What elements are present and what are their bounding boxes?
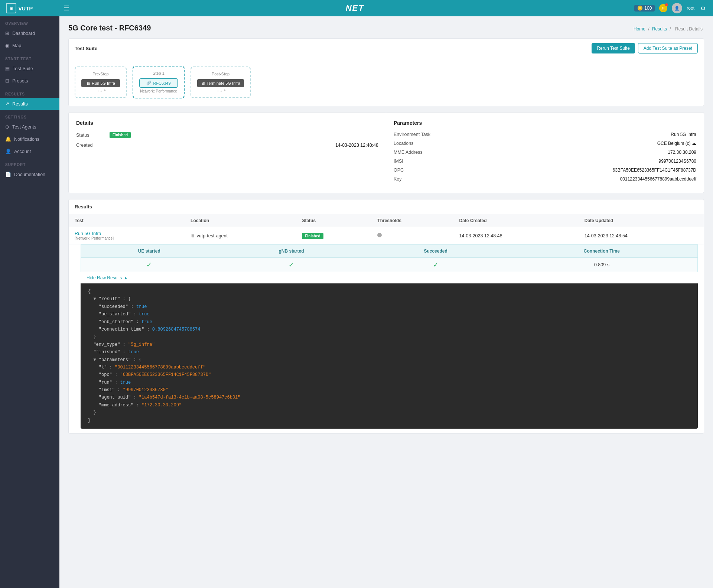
parameters-section: Parameters Environment TaskRun 5G InfraL…	[386, 113, 704, 193]
power-icon[interactable]: ⏻	[699, 4, 707, 12]
chevron-up-icon: ▲	[123, 275, 128, 280]
logo: ▣ vUTP	[6, 3, 64, 13]
col-date-created: Date Created	[453, 214, 579, 227]
sidebar-item-label: Documentation	[14, 172, 45, 177]
ue-check-icon: ✓	[146, 261, 152, 269]
col-location: Location	[185, 214, 296, 227]
topnav-center: NET	[75, 3, 634, 13]
breadcrumb-home[interactable]: Home	[634, 26, 645, 32]
param-value: Run 5G Infra	[446, 132, 696, 137]
succeeded-check-icon: ✓	[433, 261, 439, 269]
hide-raw-label: Hide Raw Results	[87, 275, 122, 280]
notification-bell[interactable]: 🔔	[659, 4, 667, 12]
step1-icon: 🔗	[146, 81, 152, 85]
avatar: 👤	[672, 3, 682, 13]
sidebar-section-start-test: START TEST	[0, 52, 59, 62]
sidebar-item-label: Test Suite	[13, 66, 33, 71]
sidebar-item-label: Notifications	[14, 137, 39, 142]
json-raw-block: { ▼ "result" : { "succeeded" : true "ue_…	[81, 283, 698, 429]
sidebar: OVERVIEW ⊞ Dashboard ◉ Map START TEST ▤ …	[0, 16, 59, 588]
param-value: 00112233445566778899aabbccddeeff	[446, 176, 696, 182]
test-suite-steps: Pre-Step 🖥 Run 5G Infra □ → ᴬ Step 1 🔗 R…	[69, 58, 704, 106]
sidebar-item-test-suite[interactable]: ▤ Test Suite	[0, 62, 59, 75]
param-row: OPC63BFA50EE6523365FF14C1F45F88737D	[394, 168, 696, 173]
param-label: OPC	[394, 168, 446, 173]
pre-step-label: Pre-Step	[81, 72, 120, 76]
sub-col-succeeded: Succeeded	[365, 245, 506, 258]
test-name-cell: Run 5G Infra [Network: Performance]	[69, 227, 185, 244]
sub-results-row: UE started gNB started Succeeded Connect…	[69, 244, 704, 433]
breadcrumb-current: Result Details	[675, 26, 703, 32]
pre-step-box: Pre-Step 🖥 Run 5G Infra □ → ᴬ	[75, 66, 127, 98]
brand-logo: NET	[346, 3, 364, 13]
sidebar-item-label: Test Agents	[12, 124, 36, 130]
sidebar-item-dashboard[interactable]: ⊞ Dashboard	[0, 27, 59, 39]
param-value: GCE Belgium (c) ☁	[446, 141, 696, 146]
page-header: 5G Core test - RFC6349 Home / Results / …	[68, 24, 704, 32]
location-value: vutp-test-agent	[197, 233, 228, 238]
sidebar-item-notifications[interactable]: 🔔 Notifications	[0, 133, 59, 145]
details-section: Details Status Finished Created 14-03-20…	[69, 113, 386, 193]
add-preset-button[interactable]: Add Test Suite as Preset	[638, 43, 698, 53]
param-label: MME Address	[394, 150, 446, 155]
col-date-updated: Date Updated	[579, 214, 704, 227]
param-row: IMSI9997001234S6780	[394, 159, 696, 164]
sub-results-cell: UE started gNB started Succeeded Connect…	[69, 244, 704, 433]
sub-results-table: UE started gNB started Succeeded Connect…	[81, 244, 698, 272]
param-value: 172.30.30.209	[446, 150, 696, 155]
results-section: Results Test Location Status Thresholds …	[68, 199, 704, 434]
test-tag: [Network: Performance]	[75, 236, 179, 240]
sidebar-section-support: SUPPORT	[0, 157, 59, 168]
pre-step-run: 🖥 Run 5G Infra	[81, 79, 120, 87]
topnav: ▣ vUTP ☰ NET 🪙 100 🔔 👤 root ⏻	[0, 0, 713, 16]
parameters-title: Parameters	[394, 120, 696, 126]
param-label: IMSI	[394, 159, 446, 164]
col-test: Test	[69, 214, 185, 227]
sidebar-item-presets[interactable]: ⊟ Presets	[0, 75, 59, 87]
sidebar-item-results[interactable]: ↗ Results	[0, 98, 59, 110]
notification-dot	[665, 3, 668, 6]
sidebar-section-settings: SETTINGS	[0, 110, 59, 121]
created-value: 14-03-2023 12:48:48	[110, 143, 378, 148]
post-step-label: Post-Step	[197, 72, 244, 76]
layout: OVERVIEW ⊞ Dashboard ◉ Map START TEST ▤ …	[0, 16, 713, 588]
location-cell: 🖥 vutp-test-agent	[185, 227, 296, 244]
credits-value: 100	[644, 6, 652, 11]
breadcrumb-results[interactable]: Results	[652, 26, 667, 32]
col-status: Status	[296, 214, 371, 227]
sidebar-item-label: Results	[12, 101, 28, 107]
ue-started-cell: ✓	[81, 258, 218, 272]
logo-text: vUTP	[19, 5, 33, 12]
sidebar-item-test-agents[interactable]: ⊙ Test Agents	[0, 121, 59, 133]
test-name-link[interactable]: Run 5G Infra	[75, 231, 179, 236]
step1-label: Step 1	[139, 71, 178, 75]
test-suite-icon: ▤	[5, 66, 10, 71]
main-content: 5G Core test - RFC6349 Home / Results / …	[59, 16, 713, 588]
details-parameters-card: Details Status Finished Created 14-03-20…	[68, 112, 704, 193]
documentation-icon: 📄	[5, 172, 11, 177]
account-icon: 👤	[5, 149, 11, 154]
param-row: Key00112233445566778899aabbccddeeff	[394, 176, 696, 182]
sidebar-section-results: RESULTS	[0, 87, 59, 98]
map-icon: ◉	[5, 43, 9, 48]
sidebar-item-account[interactable]: 👤 Account	[0, 145, 59, 157]
test-suite-card-header: Test Suite Rerun Test Suite Add Test Sui…	[69, 39, 704, 58]
created-label: Created	[76, 143, 110, 148]
param-value: 63BFA50EE6523365FF14C1F45F88737D	[446, 168, 696, 173]
row-status-badge: Finished	[302, 233, 323, 239]
hide-raw-results-toggle[interactable]: Hide Raw Results ▲	[81, 272, 698, 283]
hamburger-menu[interactable]: ☰	[64, 4, 69, 12]
rerun-test-suite-button[interactable]: Rerun Test Suite	[592, 43, 635, 53]
param-value: 9997001234S6780	[446, 159, 696, 164]
sub-table-header: UE started gNB started Succeeded Connect…	[81, 245, 698, 258]
sidebar-item-documentation[interactable]: 📄 Documentation	[0, 168, 59, 181]
results-header: Results	[69, 199, 704, 214]
gnb-check-icon: ✓	[289, 261, 294, 269]
test-suite-card: Test Suite Rerun Test Suite Add Test Sui…	[68, 38, 704, 106]
details-title: Details	[76, 120, 378, 126]
sidebar-item-map[interactable]: ◉ Map	[0, 39, 59, 52]
breadcrumb: Home / Results / Result Details	[634, 26, 704, 32]
sidebar-section-overview: OVERVIEW	[0, 16, 59, 27]
sub-table-row: ✓ ✓ ✓ 0.809 s	[81, 258, 698, 272]
param-label: Key	[394, 176, 446, 182]
